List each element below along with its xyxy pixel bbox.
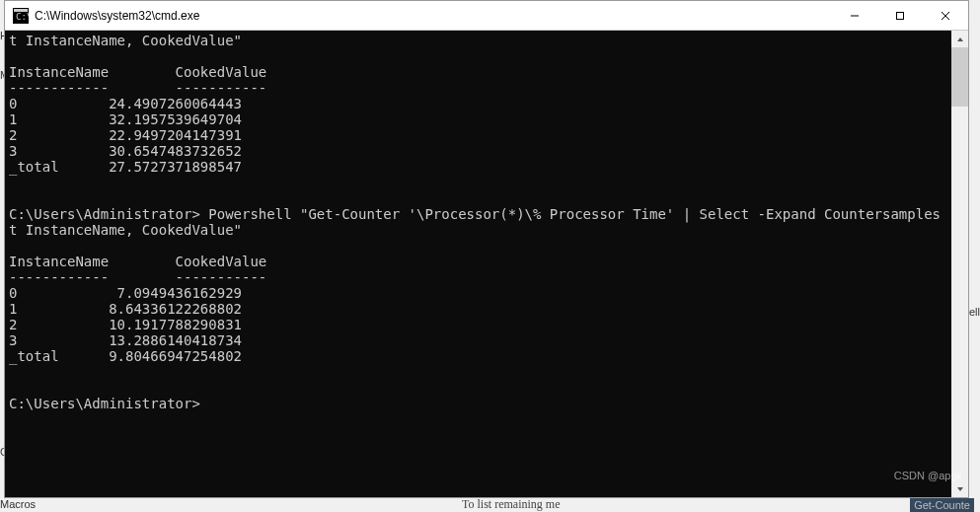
terminal-area: t InstanceName, CookedValue" InstanceNam… [5,31,968,497]
close-button[interactable] [923,1,968,30]
watermark: CSDN @apgk [894,470,962,481]
svg-rect-4 [897,12,904,19]
titlebar[interactable]: C:\ C:\Windows\system32\cmd.exe [5,1,968,31]
svg-marker-8 [957,487,963,491]
window-title: C:\Windows\system32\cmd.exe [35,9,832,23]
svg-text:C:\: C:\ [16,12,29,22]
scroll-thumb[interactable] [951,47,968,107]
cmd-icon: C:\ [13,8,29,24]
bg-text: ell [969,306,980,318]
minimize-button[interactable] [832,1,877,30]
scroll-down-button[interactable] [951,480,968,497]
cmd-window: C:\ C:\Windows\system32\cmd.exe t Instan… [4,0,969,498]
vertical-scrollbar[interactable] [951,31,968,497]
bg-bottom-right: Get-Counte [910,498,974,512]
scroll-up-button[interactable] [951,31,968,47]
terminal-output[interactable]: t InstanceName, CookedValue" InstanceNam… [5,31,951,497]
bg-text: Macros [0,498,36,510]
scroll-track[interactable] [951,47,968,480]
window-controls [832,1,968,30]
bg-bottom-text: To list remaining me [462,497,560,512]
maximize-button[interactable] [877,1,923,30]
svg-marker-7 [957,37,963,41]
